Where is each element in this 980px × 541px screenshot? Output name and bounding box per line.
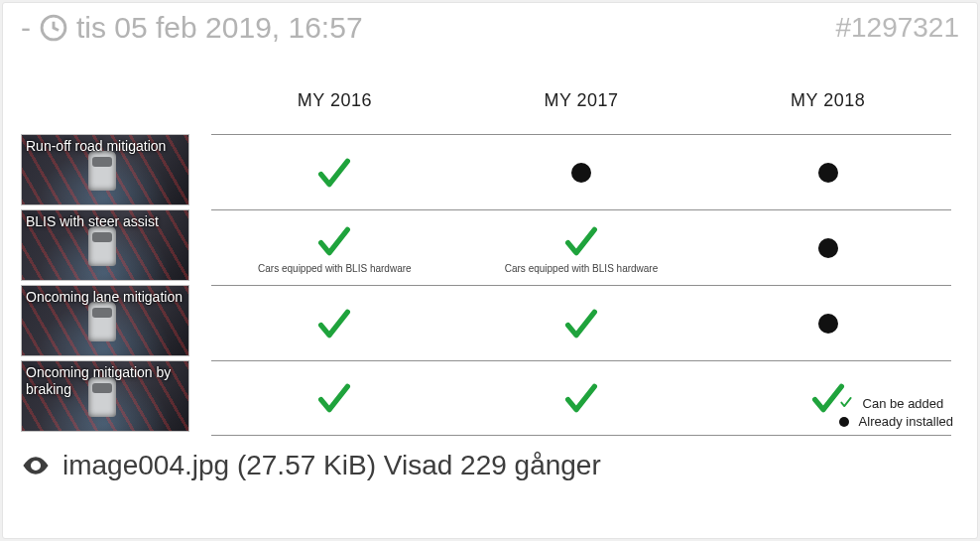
col-header: MY 2017 <box>458 90 705 111</box>
post-date-text: tis 05 feb 2019, 16:57 <box>76 11 363 45</box>
check-icon <box>314 153 354 193</box>
cell <box>458 304 705 343</box>
table-row <box>211 134 951 209</box>
cell <box>211 304 458 343</box>
attachment-text: image004.jpg (27.57 KiB) Visad 229 gånge… <box>62 450 601 481</box>
legend: Can be added Already installed <box>839 393 953 429</box>
check-icon <box>314 304 354 343</box>
row-thumb-blis: BLIS with steer assist <box>21 209 189 281</box>
row-labels: Run-off road mitigation BLIS with steer … <box>21 67 189 436</box>
cell <box>704 314 951 334</box>
check-icon <box>561 304 601 343</box>
cell: Cars equipped with BLIS hardware <box>211 221 458 274</box>
feature-matrix: Run-off road mitigation BLIS with steer … <box>21 67 959 436</box>
cell <box>211 153 458 193</box>
dash: - <box>21 11 31 45</box>
post-id-link[interactable]: #1297321 <box>835 12 959 44</box>
eye-icon <box>21 451 51 480</box>
row-label: Oncoming mitigation by braking <box>26 364 184 398</box>
cell <box>211 378 458 418</box>
dot-icon <box>839 417 849 427</box>
dot-icon <box>571 163 591 183</box>
check-icon <box>314 378 354 418</box>
svg-point-1 <box>34 464 39 469</box>
attachment-caption: image004.jpg (27.57 KiB) Visad 229 gånge… <box>21 450 959 481</box>
check-icon <box>839 395 853 412</box>
row-label: Run-off road mitigation <box>26 138 184 155</box>
legend-item: Can be added <box>839 395 953 412</box>
cell <box>458 378 705 418</box>
clock-icon <box>39 13 68 43</box>
post-date: - tis 05 feb 2019, 16:57 <box>21 11 363 45</box>
check-icon <box>561 378 601 418</box>
row-thumb-runoff: Run-off road mitigation <box>21 134 189 205</box>
col-header: MY 2016 <box>211 90 458 111</box>
table-grid: MY 2016 MY 2017 MY 2018 Cars equipped wi… <box>189 67 959 436</box>
row-thumb-oncoming-brake: Oncoming mitigation by braking <box>21 360 189 432</box>
table-row <box>211 285 951 360</box>
dot-icon <box>818 163 838 183</box>
legend-item: Already installed <box>839 414 953 429</box>
cell <box>458 163 705 183</box>
post-container: - tis 05 feb 2019, 16:57 #1297321 Run-of… <box>2 2 978 539</box>
row-label: BLIS with steer assist <box>26 213 184 230</box>
row-label: Oncoming lane mitigation <box>26 289 184 306</box>
cell <box>704 163 951 183</box>
cell: Cars equipped with BLIS hardware <box>458 221 705 274</box>
post-header: - tis 05 feb 2019, 16:57 #1297321 <box>21 11 959 45</box>
cell-note: Cars equipped with BLIS hardware <box>258 263 412 274</box>
table-row: Cars equipped with BLIS hardware Cars eq… <box>211 209 951 285</box>
cell <box>704 238 951 258</box>
table-header-row: MY 2016 MY 2017 MY 2018 <box>211 67 951 134</box>
legend-text: Already installed <box>859 414 953 429</box>
dot-icon <box>818 238 838 258</box>
dot-icon <box>818 314 838 334</box>
cell-note: Cars equipped with BLIS hardware <box>505 263 659 274</box>
check-icon <box>561 221 601 261</box>
row-thumb-oncoming-lane: Oncoming lane mitigation <box>21 285 189 356</box>
col-header: MY 2018 <box>704 90 951 111</box>
legend-text: Can be added <box>863 396 944 411</box>
check-icon <box>314 221 354 261</box>
